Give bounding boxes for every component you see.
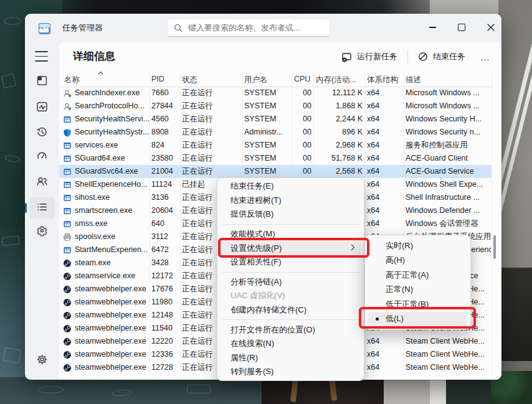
process-pid: 21004	[151, 165, 178, 178]
process-pid: 11980	[151, 296, 178, 309]
titlebar[interactable]: 任务管理器 键入要搜索的名称、发布者或...	[25, 14, 501, 42]
wallpaper-chalk-mark	[1, 236, 19, 247]
column-header-mem[interactable]: 内存(活动...	[316, 75, 356, 85]
app-window-icon	[63, 167, 72, 176]
process-user: SYSTEM	[244, 113, 290, 126]
process-description: 服务和控制器应用	[406, 139, 491, 152]
process-memory: 51,768 K	[315, 152, 363, 165]
process-memory: 2,968 K	[315, 139, 363, 152]
column-header-desc[interactable]: 描述	[406, 75, 421, 85]
process-architecture: x64	[367, 165, 401, 178]
sidebar-item-performance[interactable]	[29, 97, 55, 118]
column-header-name[interactable]: 名称	[64, 75, 80, 85]
context-menu-item-提供反馈[interactable]: 提供反馈(B)	[221, 207, 361, 222]
wallpaper-chalk-mark	[2, 347, 21, 364]
process-name: services.exe	[63, 139, 150, 152]
column-header-pid[interactable]: PID	[151, 75, 164, 83]
process-pid: 12336	[151, 348, 178, 361]
close-icon	[487, 24, 495, 31]
process-user: Administr...	[244, 126, 290, 139]
process-description: Steam Client WebHe...	[406, 335, 491, 348]
process-pid: 3112	[151, 230, 178, 243]
process-name: SecurityHealthServi...	[63, 113, 150, 126]
process-description: Windows Security n...	[406, 126, 491, 139]
process-row-sguard64-exe-23580[interactable]: SGuard64.exe23580正在运行SYSTEM0051,768 Kx64…	[59, 152, 492, 165]
process-row-securityhealthsystr--8908[interactable]: SecurityHealthSystr...8908正在运行Administr.…	[59, 126, 492, 139]
process-name: steamwebhelper.exe	[63, 361, 150, 374]
sidebar-item-users[interactable]	[29, 172, 55, 193]
shield-icon	[63, 128, 72, 137]
wallpaper-pillar	[430, 0, 498, 15]
run-new-task-button[interactable]: 运行新任务	[335, 47, 404, 66]
process-name: StartMenuExperien...	[63, 243, 150, 256]
process-description: Microsoft Windows ...	[406, 100, 491, 113]
context-menu-item-结束任务[interactable]: 结束任务(E)	[221, 179, 361, 194]
more-options-button[interactable]: …	[475, 52, 495, 62]
process-memory: 896 K	[315, 126, 363, 139]
process-architecture: x64	[367, 152, 401, 165]
context-menu-item-分析等待链[interactable]: 分析等待链(A)	[221, 275, 361, 289]
priority-option-高于正常[interactable]: 高于正常(A)	[368, 268, 467, 283]
maximize-button[interactable]	[449, 17, 474, 37]
process-architecture: x64	[367, 100, 401, 113]
process-architecture: x64	[367, 217, 401, 230]
menu-separator	[222, 272, 359, 273]
menu-toggle-button[interactable]	[35, 51, 48, 62]
process-row-securityhealthservi--4560[interactable]: SecurityHealthServi...4560正在运行SYSTEM002,…	[59, 113, 492, 126]
priority-option-实时[interactable]: 实时(R)	[368, 238, 467, 253]
sidebar-item-services[interactable]	[29, 221, 55, 242]
new-task-icon	[341, 52, 352, 62]
menu-item-label: 在线搜索(N)	[230, 338, 274, 349]
context-menu-item-结束进程树[interactable]: 结束进程树(T)	[221, 194, 361, 208]
process-description: Microsoft Windows ...	[406, 87, 491, 100]
end-task-icon	[418, 52, 428, 62]
process-pid: 20604	[151, 204, 178, 217]
priority-option-正常[interactable]: 正常(N)	[368, 283, 467, 298]
process-description: Steam Client WebHe...	[406, 348, 491, 361]
process-pid: 8908	[151, 126, 178, 139]
column-header-user[interactable]: 用户名	[244, 75, 268, 85]
context-menu-item-创建内存转储文件[interactable]: 创建内存转储文件(C)	[221, 303, 361, 317]
process-memory: 12,112 K	[315, 87, 363, 100]
task-manager-app-icon	[39, 23, 50, 34]
search-input[interactable]: 键入要搜索的名称、发布者或...	[167, 19, 330, 37]
context-menu-item-在线搜索[interactable]: 在线搜索(N)	[221, 337, 361, 351]
process-row-services-exe-824[interactable]: services.exe824正在运行SYSTEM002,968 Kx64服务和…	[59, 139, 492, 152]
process-architecture: x64	[367, 361, 401, 374]
process-pid: 3428	[151, 256, 178, 270]
context-menu-item-转到服务[interactable]: 转到服务(S)	[221, 365, 361, 379]
app-window-icon	[63, 246, 72, 255]
sidebar-item-app-history[interactable]	[29, 123, 55, 144]
close-button[interactable]	[478, 17, 501, 37]
history-icon	[36, 126, 48, 141]
process-row-searchprotocolho--27844[interactable]: SearchProtocolHo...27844正在运行SYSTEM001,86…	[59, 100, 492, 113]
process-user: SYSTEM	[244, 152, 290, 165]
end-task-button[interactable]: 结束任务	[412, 47, 472, 66]
vertical-scrollbar[interactable]	[493, 235, 496, 259]
process-architecture: x64	[367, 191, 401, 204]
process-name: ShellExperienceHo...	[63, 178, 150, 191]
sidebar-item-details[interactable]	[29, 197, 55, 218]
process-row-sguardsvc64-exe-21004[interactable]: SGuardSvc64.exe21004正在运行SYSTEM002,568 Kx…	[59, 165, 492, 178]
steam-icon	[63, 364, 72, 372]
priority-option-高[interactable]: 高(H)	[368, 253, 467, 268]
sidebar-item-settings[interactable]	[29, 349, 55, 370]
column-header-status[interactable]: 状态	[182, 75, 197, 85]
minimize-button[interactable]	[420, 17, 445, 37]
gear-icon	[36, 354, 48, 365]
context-menu-item-属性[interactable]: 属性(R)	[221, 351, 361, 365]
process-name: SearchIndexer.exe	[63, 87, 150, 100]
user-icon	[63, 102, 72, 111]
sidebar-item-processes[interactable]	[29, 71, 55, 92]
column-header-arch[interactable]: 体系结构	[367, 75, 398, 85]
wallpaper-object	[497, 268, 532, 361]
column-header-cpu[interactable]: CPU	[294, 75, 310, 83]
context-menu-item-打开文件所在的位置[interactable]: 打开文件所在的位置(O)	[221, 322, 361, 337]
menu-item-label: UAC 虚拟化(V)	[230, 290, 285, 301]
process-status: 正在运行	[182, 152, 240, 165]
sidebar-item-startup-apps[interactable]	[29, 146, 55, 167]
process-name: steamservice.exe	[63, 270, 150, 283]
app-window-icon	[63, 141, 72, 150]
app-window-icon	[63, 115, 72, 124]
process-row-searchindexer-exe-7660[interactable]: SearchIndexer.exe7660正在运行SYSTEM0012,112 …	[59, 87, 492, 100]
